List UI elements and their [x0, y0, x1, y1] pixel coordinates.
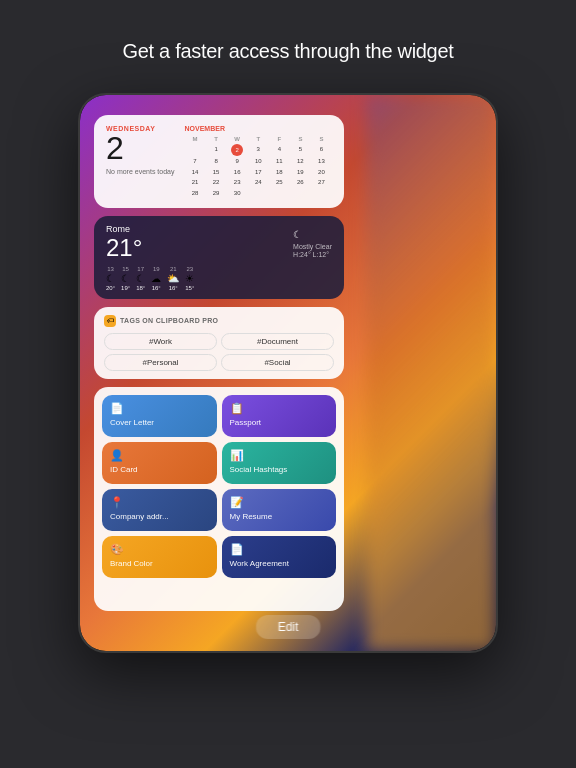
tags-widget: 🏷 TAGS ON CLIPBOARD PRO #Work #Document …: [94, 307, 344, 379]
cal-grid: M T W T F S S 1 2 3 4 5 6 7: [184, 134, 332, 198]
widget-panel: Wednesday 2 No more events today Novembe…: [94, 115, 344, 611]
tag-personal[interactable]: #Personal: [104, 354, 217, 371]
tags-title: TAGS ON CLIPBOARD PRO: [120, 317, 218, 324]
cal-left: Wednesday 2 No more events today: [106, 125, 174, 198]
cal-no-events: No more events today: [106, 168, 174, 175]
weather-moon-icon: ☾: [293, 229, 302, 240]
shortcut-my-resume[interactable]: 📝 My Resume: [222, 489, 337, 531]
shortcut-passport[interactable]: 📋 Passport: [222, 395, 337, 437]
ipad-screen: Wednesday 2 No more events today Novembe…: [80, 95, 496, 651]
tags-grid: #Work #Document #Personal #Social: [104, 333, 334, 371]
weather-forecast: 13☾20° 15☾19° 17☾18° 19☁16° 21⛅16° 23☀15…: [106, 266, 332, 291]
ipad-frame: Wednesday 2 No more events today Novembe…: [78, 93, 498, 653]
cal-month-name: November: [184, 125, 224, 132]
weather-city: Rome: [106, 224, 142, 234]
shortcuts-grid: 📄 Cover Letter 📋 Passport 👤 ID Card 📊 So…: [102, 395, 336, 578]
weather-temp: 21°: [106, 234, 142, 262]
page-title: Get a faster access through the widget: [0, 0, 576, 93]
tags-icon: 🏷: [104, 315, 116, 327]
shortcut-cover-letter[interactable]: 📄 Cover Letter: [102, 395, 217, 437]
shortcut-work-agreement[interactable]: 📄 Work Agreement: [222, 536, 337, 578]
shortcut-social-hashtags[interactable]: 📊 Social Hashtags: [222, 442, 337, 484]
shortcuts-widget: 📄 Cover Letter 📋 Passport 👤 ID Card 📊 So…: [94, 387, 344, 611]
shortcut-id-card[interactable]: 👤 ID Card: [102, 442, 217, 484]
weather-high-low: H:24° L:12°: [293, 251, 332, 258]
cal-right: November M T W T F S S 1 2 3 4: [184, 125, 332, 198]
edit-button[interactable]: Edit: [256, 615, 321, 639]
calendar-widget: Wednesday 2 No more events today Novembe…: [94, 115, 344, 208]
tag-work[interactable]: #Work: [104, 333, 217, 350]
shortcut-brand-color[interactable]: 🎨 Brand Color: [102, 536, 217, 578]
blurred-icons: [366, 95, 496, 651]
shortcut-company-addr[interactable]: 📍 Company addr...: [102, 489, 217, 531]
weather-widget: Rome 21° ☾ Mostly Clear H:24° L:12° 13☾2…: [94, 216, 344, 299]
edit-btn-container: Edit: [256, 615, 321, 639]
cal-date: 2: [106, 132, 174, 164]
tag-social[interactable]: #Social: [221, 354, 334, 371]
tag-document[interactable]: #Document: [221, 333, 334, 350]
weather-condition: Mostly Clear: [293, 243, 332, 250]
